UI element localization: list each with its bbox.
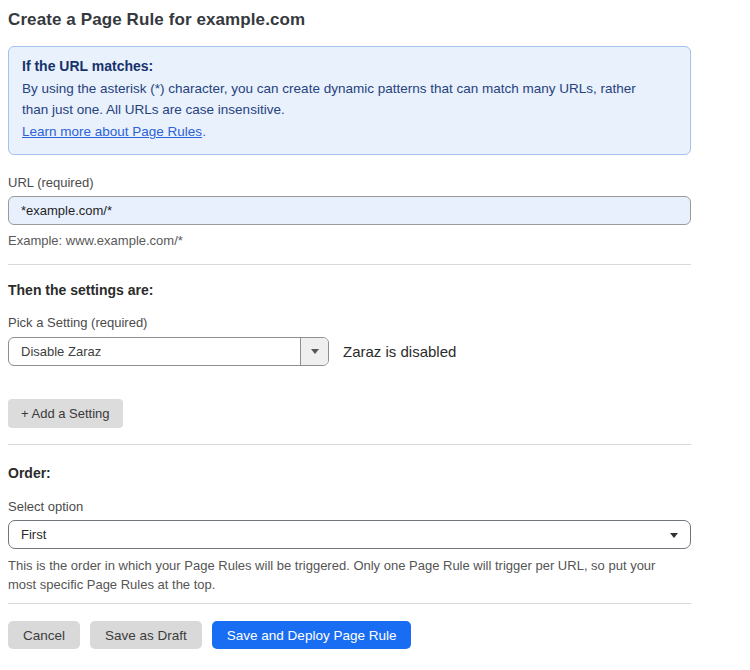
order-section-heading: Order: xyxy=(8,465,691,481)
url-example-text: Example: www.example.com/* xyxy=(8,233,691,248)
cancel-button[interactable]: Cancel xyxy=(8,621,80,649)
setting-select-value: Disable Zaraz xyxy=(9,338,300,365)
divider xyxy=(8,444,691,445)
info-box-heading: If the URL matches: xyxy=(22,58,676,74)
order-select-label: Select option xyxy=(8,499,691,514)
link-period: . xyxy=(202,124,206,139)
order-help-text: This is the order in which your Page Rul… xyxy=(8,556,683,594)
page-title: Create a Page Rule for example.com xyxy=(8,10,691,30)
setting-row: Disable Zaraz Zaraz is disabled xyxy=(8,337,691,366)
add-setting-button[interactable]: + Add a Setting xyxy=(8,399,123,428)
save-as-draft-button[interactable]: Save as Draft xyxy=(90,621,202,649)
chevron-down-icon xyxy=(670,533,678,538)
settings-section-heading: Then the settings are: xyxy=(8,282,691,298)
divider xyxy=(8,603,691,604)
setting-select-arrow-button[interactable] xyxy=(300,338,328,365)
learn-more-link[interactable]: Learn more about Page Rules xyxy=(22,124,202,139)
save-and-deploy-button[interactable]: Save and Deploy Page Rule xyxy=(212,621,412,649)
order-select[interactable]: First xyxy=(8,520,691,549)
url-field-label: URL (required) xyxy=(8,175,691,190)
url-match-info-box: If the URL matches: By using the asteris… xyxy=(8,46,691,155)
info-link-row: Learn more about Page Rules. xyxy=(22,121,676,142)
divider xyxy=(8,264,691,265)
page-rule-form: Create a Page Rule for example.com If th… xyxy=(8,0,691,649)
chevron-down-icon xyxy=(311,349,319,354)
setting-picker-label: Pick a Setting (required) xyxy=(8,315,691,330)
order-select-value: First xyxy=(21,527,46,542)
setting-select[interactable]: Disable Zaraz xyxy=(8,337,329,366)
url-input[interactable] xyxy=(8,196,691,225)
form-actions: Cancel Save as Draft Save and Deploy Pag… xyxy=(8,621,691,649)
setting-status-text: Zaraz is disabled xyxy=(343,343,456,360)
info-box-body: By using the asterisk (*) character, you… xyxy=(22,78,662,120)
